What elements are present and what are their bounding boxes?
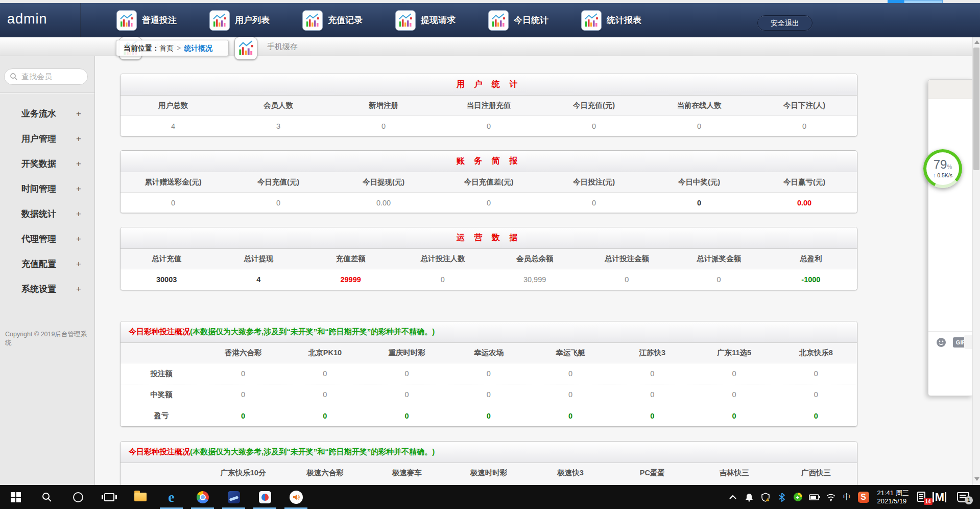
table-cell: 广东11选5 bbox=[694, 348, 775, 358]
nav-item-label: 统计报表 bbox=[607, 14, 641, 26]
file-explorer-button[interactable] bbox=[125, 485, 156, 509]
sidebar-item-business-flow[interactable]: 业务流水 + bbox=[0, 101, 94, 126]
sidebar-item-recharge-config[interactable]: 充值配置 + bbox=[0, 251, 94, 276]
scrollbar-thumb[interactable] bbox=[973, 48, 979, 170]
table-cell: 吉林快三 bbox=[694, 468, 775, 478]
clock-time: 21:41 周三 bbox=[877, 489, 909, 497]
table-cell: 今日投注(元) bbox=[541, 177, 647, 187]
nav-item-withdraw-requests[interactable]: 提现请求 bbox=[395, 10, 456, 31]
m-logo-icon: M bbox=[933, 492, 946, 502]
table-cell: 0 bbox=[284, 412, 366, 420]
action-center-icon: 1 bbox=[957, 492, 969, 502]
cortana-icon bbox=[73, 492, 83, 502]
table-cell: 0 bbox=[366, 412, 448, 420]
table-cell: 0 bbox=[611, 369, 693, 378]
sidebar-item-data-stats[interactable]: 数据统计 + bbox=[0, 201, 94, 226]
table-cell: 盈亏 bbox=[121, 411, 202, 421]
document-icon: 14 bbox=[916, 491, 929, 504]
table-cell: 0 bbox=[530, 412, 611, 420]
sidebar-item-user-management[interactable]: 用户管理 + bbox=[0, 126, 94, 151]
nav-item-stat-reports[interactable]: 统计报表 bbox=[581, 10, 641, 31]
sidebar-divider bbox=[0, 92, 94, 94]
table-cell: 0 bbox=[366, 369, 448, 378]
svg-text:!: ! bbox=[767, 498, 768, 501]
security-shield-icon[interactable]: ! bbox=[759, 487, 772, 507]
windows-taskbar: e ! bbox=[0, 485, 980, 509]
bluetooth-icon[interactable] bbox=[775, 487, 788, 507]
table-cell: 3 bbox=[226, 122, 331, 130]
table-cell: 广东快乐10分 bbox=[202, 468, 284, 478]
breadcrumb-home[interactable]: 首页 bbox=[159, 44, 174, 52]
table-cell: 今日提现(元) bbox=[331, 177, 436, 187]
nav-item-normal-bet[interactable]: 普通投注 bbox=[116, 10, 177, 31]
nav-menu: 普通投注 用户列表 充值记录 bbox=[116, 3, 641, 37]
sidebar-item-agent-management[interactable]: 代理管理 + bbox=[0, 226, 94, 251]
table-cell: 0 bbox=[284, 369, 366, 378]
pinned-app-button-1[interactable] bbox=[218, 485, 249, 509]
speed-gauge-ball[interactable]: 79% ↑ 0.5K/s bbox=[923, 149, 962, 188]
taskbar-search-button[interactable] bbox=[31, 485, 62, 509]
nav-item-recharge-records[interactable]: 充值记录 bbox=[302, 10, 363, 31]
table-cell: 4 bbox=[121, 122, 226, 130]
table-cell: -1000 bbox=[765, 275, 857, 284]
windows-logo-icon bbox=[11, 492, 21, 502]
document-app-button[interactable]: 14 bbox=[916, 487, 929, 507]
breadcrumb-current[interactable]: 统计概况 bbox=[184, 44, 212, 52]
start-button[interactable] bbox=[0, 485, 31, 509]
table-cell: 0 bbox=[647, 199, 752, 207]
page-scrollbar[interactable] bbox=[972, 37, 980, 485]
notification-count-badge: 1 bbox=[965, 496, 973, 504]
table-cell: 30,999 bbox=[489, 275, 581, 284]
sidebar-item-system-settings[interactable]: 系统设置 + bbox=[0, 276, 94, 302]
table-cell: 4 bbox=[212, 275, 304, 284]
ime-chinese-indicator[interactable]: 中 bbox=[841, 487, 854, 507]
task-view-button[interactable] bbox=[93, 485, 125, 509]
sidebar-item-lottery-data[interactable]: 开奖数据 + bbox=[0, 151, 94, 176]
admin-brand: admin bbox=[7, 11, 47, 27]
table-header-row: 总计充值总计提现充值差额总计投注人数会员总余额总计投注金额总计派奖金额总盈利 bbox=[121, 249, 857, 269]
expand-plus-icon: + bbox=[76, 284, 81, 294]
mobile-cache-button[interactable] bbox=[234, 37, 257, 60]
nav-item-label: 今日统计 bbox=[514, 14, 548, 26]
table-cell: 幸运飞艇 bbox=[530, 348, 611, 358]
unread-count-badge: 14 bbox=[924, 498, 933, 505]
table-cell: 今日充值差(元) bbox=[436, 177, 541, 187]
chrome-icon bbox=[197, 491, 209, 503]
tray-chevron-up-icon[interactable] bbox=[726, 487, 739, 507]
table-cell: 用户总数 bbox=[121, 101, 226, 110]
table-cell: 0 bbox=[226, 199, 331, 207]
table-cell: 北京快乐8 bbox=[775, 348, 857, 358]
table-cell: 0 bbox=[436, 122, 541, 130]
notification-bell-icon[interactable] bbox=[743, 487, 756, 507]
nav-item-today-stats[interactable]: 今日统计 bbox=[488, 10, 548, 31]
table-cell: 0 bbox=[673, 275, 765, 284]
taskbar-clock[interactable]: 21:41 周三 2021/5/19 bbox=[873, 489, 913, 505]
audio-app-button[interactable] bbox=[280, 485, 312, 509]
action-center-button[interactable]: 1 bbox=[957, 487, 970, 507]
cortana-button[interactable] bbox=[62, 485, 93, 509]
pinned-app-button-2[interactable] bbox=[249, 485, 280, 509]
table-cell: 0 bbox=[647, 122, 752, 130]
table-cell: 今日充值(元) bbox=[541, 101, 647, 110]
table-cell: 总计派奖金额 bbox=[673, 254, 765, 264]
chrome-button[interactable] bbox=[187, 485, 218, 509]
logout-button[interactable]: 安全退出 bbox=[757, 15, 812, 31]
scroll-down-arrow-icon[interactable] bbox=[974, 477, 979, 481]
battery-icon[interactable] bbox=[808, 487, 821, 507]
table-cell: 充值差额 bbox=[305, 254, 397, 264]
table-cell: 累计赠送彩金(元) bbox=[121, 177, 226, 187]
sidebar-item-time-management[interactable]: 时间管理 + bbox=[0, 176, 94, 201]
mobile-cache-label: 手机缓存 bbox=[267, 42, 298, 52]
m-app-button[interactable]: M bbox=[933, 487, 946, 507]
edge-button[interactable]: e bbox=[156, 485, 187, 509]
nav-item-user-list[interactable]: 用户列表 bbox=[209, 10, 270, 31]
table-cell: 今日充值(元) bbox=[226, 177, 331, 187]
emoji-smiley-icon[interactable] bbox=[936, 337, 947, 348]
table-cell: 0 bbox=[775, 369, 857, 378]
scroll-up-arrow-icon[interactable] bbox=[974, 40, 979, 44]
member-search-input[interactable]: 查找会员 bbox=[4, 68, 88, 85]
svg-text:+: + bbox=[796, 494, 799, 500]
wifi-signal-icon[interactable] bbox=[824, 487, 838, 507]
sogou-input-icon[interactable]: S bbox=[857, 487, 870, 507]
antivirus-360-icon[interactable]: + bbox=[792, 487, 805, 507]
